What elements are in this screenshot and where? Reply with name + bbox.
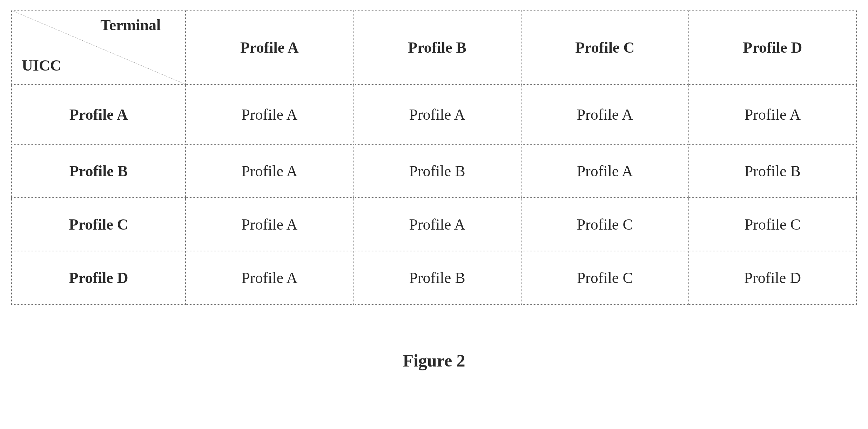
table-cell: Profile A [353,85,521,144]
table-cell: Profile B [353,144,521,198]
row-header: Profile A [12,85,186,144]
figure-page: Terminal UICC Profile A Profile B Profil… [0,0,868,429]
table-cell: Profile A [353,198,521,251]
table-cell: Profile D [689,251,856,304]
table-row: Profile D Profile A Profile B Profile C … [12,251,856,304]
table-row: Profile A Profile A Profile A Profile A … [12,85,856,144]
profile-compat-table: Terminal UICC Profile A Profile B Profil… [11,10,857,305]
table-cell: Profile B [689,144,856,198]
table-cell: Profile A [689,85,856,144]
figure-caption: Figure 2 [11,350,857,371]
table-cell: Profile C [521,251,689,304]
table-cell: Profile B [353,251,521,304]
table-cell: Profile A [521,85,689,144]
table-row: Profile B Profile A Profile B Profile A … [12,144,856,198]
table-cell: Profile A [186,85,353,144]
col-header: Profile D [689,10,856,85]
row-header: Profile D [12,251,186,304]
col-header: Profile A [186,10,353,85]
table-cell: Profile A [186,144,353,198]
col-header: Profile B [353,10,521,85]
table-cell: Profile A [186,198,353,251]
table-row: Profile C Profile A Profile A Profile C … [12,198,856,251]
table-cell: Profile A [186,251,353,304]
col-header: Profile C [521,10,689,85]
row-header: Profile C [12,198,186,251]
corner-top-label: Terminal [100,16,161,34]
table-header-row: Terminal UICC Profile A Profile B Profil… [12,10,856,85]
corner-header-cell: Terminal UICC [12,10,186,85]
corner-bottom-label: UICC [22,57,61,74]
table-cell: Profile C [521,198,689,251]
table-cell: Profile C [689,198,856,251]
table-cell: Profile A [521,144,689,198]
row-header: Profile B [12,144,186,198]
